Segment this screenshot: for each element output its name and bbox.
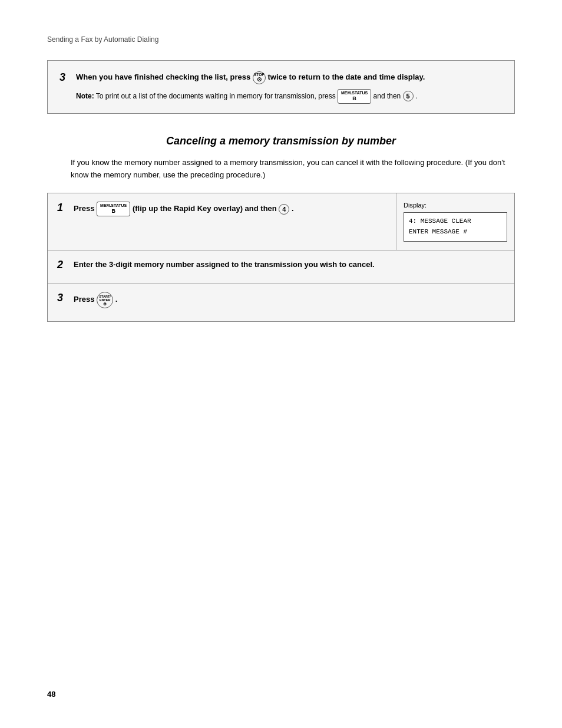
start-enter-key: START/ ENTER ⊕: [97, 292, 113, 308]
step-2-main: Enter the 3-digit memory number assigned…: [74, 259, 505, 271]
mem-status-key-top-box: MEM.STATUS B: [338, 89, 371, 104]
note-period: .: [415, 92, 417, 100]
page-header: Sending a Fax by Automatic Dialing: [47, 35, 515, 44]
step-2-full: 2 Enter the 3-digit memory number assign…: [48, 251, 514, 284]
display-line-1: 4: MESSAGE CLEAR: [409, 216, 502, 227]
step-2-content: 2 Enter the 3-digit memory number assign…: [57, 259, 505, 275]
step-1-four-key: 4: [279, 204, 289, 215]
step-1-display-label: Display:: [404, 202, 507, 209]
steps-table: 1 Press MEM.STATUS B (flip up the Rapid …: [47, 193, 515, 322]
top-instruction-box: 3 When you have finished checking the li…: [47, 60, 515, 114]
mem-status-key-top-label: MEM.STATUS: [341, 90, 368, 95]
start-enter-symbol: ⊕: [103, 302, 107, 306]
top-note-text: Note: To print out a list of the documen…: [76, 89, 503, 104]
display-line-2: ENTER MESSAGE #: [409, 227, 502, 238]
step-1-text-part2: (flip up the Rapid Key overlay) and then: [133, 204, 277, 213]
section-title: Canceling a memory transmission by numbe…: [47, 135, 515, 147]
step-1-press-label: Press: [74, 204, 94, 213]
step-3-full: 3 Press START/ ENTER ⊕ .: [48, 284, 514, 321]
step-3-press-label: Press: [74, 295, 94, 304]
step-1-display-box: 4: MESSAGE CLEAR ENTER MESSAGE #: [404, 212, 507, 241]
stop-key-symbol: ⊙: [257, 77, 262, 83]
five-key-circle: 5: [403, 91, 414, 101]
top-step-content: When you have finished checking the list…: [76, 71, 503, 104]
step-3-period: .: [115, 295, 118, 304]
step-1-right: Display: 4: MESSAGE CLEAR ENTER MESSAGE …: [396, 193, 514, 249]
note-body: To print out a list of the documents wai…: [96, 92, 336, 100]
mem-status-key-main-label: B: [341, 95, 368, 103]
note-label: Note:: [76, 92, 94, 100]
section-intro: If you know the memory number assigned t…: [47, 157, 515, 182]
step-1-mem-key-top: MEM.STATUS: [100, 203, 127, 208]
step-1-left: 1 Press MEM.STATUS B (flip up the Rapid …: [48, 193, 396, 249]
top-step-main-text: When you have finished checking the list…: [76, 71, 503, 84]
step-1-main: Press MEM.STATUS B (flip up the Rapid Ke…: [74, 202, 386, 216]
step-1-row: 1 Press MEM.STATUS B (flip up the Rapid …: [48, 193, 514, 250]
note-then: and then: [373, 92, 401, 100]
top-step-number: 3: [59, 71, 70, 84]
top-step-text-part2: twice to return to the date and time dis…: [267, 73, 425, 81]
step-1-period: .: [292, 204, 294, 213]
step-3-text: Press START/ ENTER ⊕ .: [74, 292, 505, 313]
step-3-content: 3 Press START/ ENTER ⊕ .: [57, 292, 505, 313]
header-text: Sending a Fax by Automatic Dialing: [47, 35, 158, 44]
step-3-main: Press START/ ENTER ⊕ .: [74, 292, 505, 308]
top-step-text-part1: When you have finished checking the list…: [76, 73, 250, 81]
step-1-text: Press MEM.STATUS B (flip up the Rapid Ke…: [74, 202, 386, 221]
step-2-text: Enter the 3-digit memory number assigned…: [74, 259, 505, 275]
step-3-row: 3 Press START/ ENTER ⊕ .: [48, 284, 514, 321]
step-1-number: 1: [57, 202, 68, 215]
stop-key-icon: STOP ⊙: [253, 71, 266, 84]
step-1-mem-status-key: MEM.STATUS B: [97, 202, 130, 216]
step-3-number: 3: [57, 292, 68, 305]
step-2-row: 2 Enter the 3-digit memory number assign…: [48, 251, 514, 284]
page: Sending a Fax by Automatic Dialing 3 Whe…: [0, 0, 562, 728]
page-number: 48: [47, 690, 55, 699]
step-2-number: 2: [57, 259, 68, 272]
step-1-mem-key-main: B: [100, 208, 127, 215]
step-1-content: 1 Press MEM.STATUS B (flip up the Rapid …: [57, 202, 386, 221]
